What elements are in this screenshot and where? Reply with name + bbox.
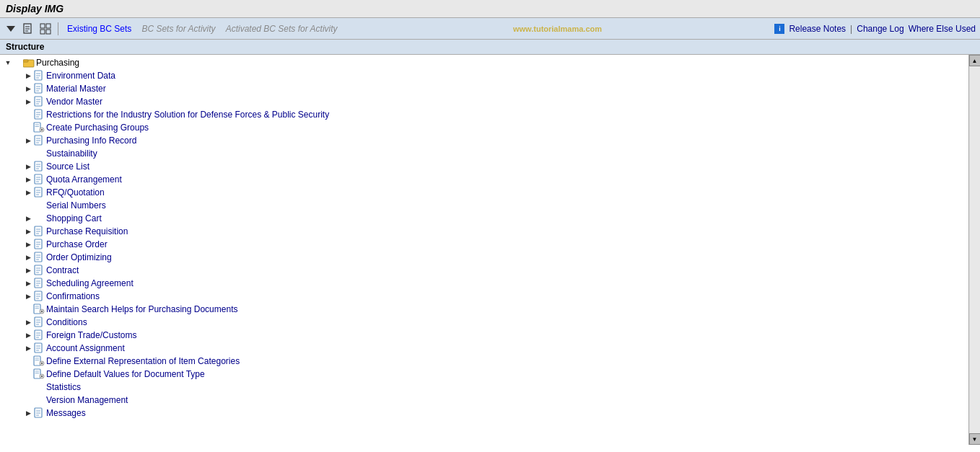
label-version-management[interactable]: Version Management bbox=[46, 395, 128, 405]
toggle-purchase-order[interactable]: ▶ bbox=[23, 239, 33, 249]
tree-item-account-assignment[interactable]: ▶ Account Assignment bbox=[0, 342, 968, 355]
toggle-purchase-requisition[interactable]: ▶ bbox=[23, 226, 33, 236]
scroll-up-arrow[interactable]: ▲ bbox=[969, 55, 981, 66]
label-sustainability[interactable]: Sustainability bbox=[46, 149, 97, 159]
where-else-used-link[interactable]: Where Else Used bbox=[909, 24, 976, 34]
toggle-scheduling-agreement[interactable]: ▶ bbox=[23, 278, 33, 288]
tree-root-purchasing[interactable]: ▼ Purchasing bbox=[0, 56, 968, 69]
tree-item-shopping-cart[interactable]: ▶ Shopping Cart bbox=[0, 212, 968, 225]
label-contract[interactable]: Contract bbox=[46, 265, 79, 275]
tree-item-source-list[interactable]: ▶ Source List bbox=[0, 160, 968, 173]
toggle-foreign-trade[interactable]: ▶ bbox=[23, 330, 33, 340]
tree-item-material-master[interactable]: ▶ Material Master bbox=[0, 82, 968, 95]
toggle-vendor-master[interactable]: ▶ bbox=[23, 97, 33, 107]
tree-item-foreign-trade[interactable]: ▶ Foreign Trade/Customs bbox=[0, 329, 968, 342]
tree-item-conditions[interactable]: ▶ Conditions bbox=[0, 316, 968, 329]
tree-item-scheduling-agreement[interactable]: ▶ Scheduling Agreement bbox=[0, 277, 968, 290]
label-source-list[interactable]: Source List bbox=[46, 161, 89, 172]
activated-bc-sets-button[interactable]: Activated BC Sets for Activity bbox=[223, 23, 341, 35]
label-material-master[interactable]: Material Master bbox=[46, 84, 106, 94]
tree-item-purchase-order[interactable]: ▶ Purchase Order bbox=[0, 238, 968, 251]
label-scheduling-agreement[interactable]: Scheduling Agreement bbox=[46, 278, 134, 288]
label-create-purchasing-groups[interactable]: Create Purchasing Groups bbox=[46, 123, 149, 133]
tree-item-create-purchasing-groups[interactable]: Create Purchasing Groups bbox=[0, 121, 968, 134]
toggle-order-optimizing[interactable]: ▶ bbox=[23, 252, 33, 262]
label-serial-numbers[interactable]: Serial Numbers bbox=[46, 200, 106, 211]
toggle-conditions[interactable]: ▶ bbox=[23, 317, 33, 327]
toggle-sustainability[interactable] bbox=[23, 149, 33, 159]
tree-item-version-management[interactable]: Version Management bbox=[0, 394, 968, 407]
label-purchase-order[interactable]: Purchase Order bbox=[46, 239, 108, 249]
release-notes-link[interactable]: i Release Notes bbox=[774, 24, 846, 34]
tree-item-sustainability[interactable]: Sustainability bbox=[0, 147, 968, 160]
label-statistics[interactable]: Statistics bbox=[46, 382, 81, 392]
root-label[interactable]: Purchasing bbox=[36, 58, 79, 68]
toggle-quota-arrangement[interactable]: ▶ bbox=[23, 174, 33, 185]
scroll-down-arrow[interactable]: ▼ bbox=[969, 433, 981, 445]
toggle-statistics[interactable] bbox=[23, 382, 33, 392]
label-messages[interactable]: Messages bbox=[46, 408, 86, 418]
tree-item-serial-numbers[interactable]: Serial Numbers bbox=[0, 199, 968, 212]
label-order-optimizing[interactable]: Order Optimizing bbox=[46, 252, 112, 262]
label-define-default-values[interactable]: Define Default Values for Document Type bbox=[46, 369, 205, 379]
tree-item-define-external-representation[interactable]: Define External Representation of Item C… bbox=[0, 355, 968, 368]
toggle-define-external-representation[interactable] bbox=[23, 356, 33, 366]
tree-item-order-optimizing[interactable]: ▶ Order Optimizing bbox=[0, 251, 968, 264]
label-account-assignment[interactable]: Account Assignment bbox=[46, 343, 125, 353]
tree-item-contract[interactable]: ▶ Contract bbox=[0, 264, 968, 277]
toggle-confirmations[interactable]: ▶ bbox=[23, 291, 33, 301]
toggle-restrictions[interactable] bbox=[23, 110, 33, 120]
toggle-purchasing-info-record[interactable]: ▶ bbox=[23, 136, 33, 146]
page-icon[interactable] bbox=[22, 22, 35, 35]
toggle-maintain-search-helps[interactable] bbox=[23, 304, 33, 314]
toggle-material-master[interactable]: ▶ bbox=[23, 84, 33, 94]
nav-down-icon[interactable] bbox=[4, 22, 17, 35]
tree-item-messages[interactable]: ▶ Messages bbox=[0, 407, 968, 420]
label-rfq-quotation[interactable]: RFQ/Quotation bbox=[46, 187, 105, 198]
label-foreign-trade[interactable]: Foreign Trade/Customs bbox=[46, 330, 136, 340]
toggle-rfq-quotation[interactable]: ▶ bbox=[23, 187, 33, 198]
root-toggle-icon[interactable]: ▼ bbox=[3, 58, 13, 68]
toggle-serial-numbers[interactable] bbox=[23, 200, 33, 211]
svg-rect-8 bbox=[46, 30, 51, 34]
tree-item-rfq-quotation[interactable]: ▶ RFQ/Quotation bbox=[0, 186, 968, 199]
toggle-source-list[interactable]: ▶ bbox=[23, 161, 33, 172]
bc-sets-activity-button[interactable]: BC Sets for Activity bbox=[139, 23, 218, 35]
tree-item-quota-arrangement[interactable]: ▶ Quota Arrangement bbox=[0, 173, 968, 186]
toggle-environment-data[interactable]: ▶ bbox=[23, 71, 33, 81]
tree-item-maintain-search-helps[interactable]: Maintain Search Helps for Purchasing Doc… bbox=[0, 303, 968, 316]
tree-item-purchase-requisition[interactable]: ▶ Purchase Requisition bbox=[0, 225, 968, 238]
label-vendor-master[interactable]: Vendor Master bbox=[46, 97, 102, 107]
toggle-contract[interactable]: ▶ bbox=[23, 265, 33, 275]
scroll-track[interactable] bbox=[970, 66, 980, 433]
existing-bc-sets-button[interactable]: Existing BC Sets bbox=[64, 23, 134, 35]
label-confirmations[interactable]: Confirmations bbox=[46, 291, 100, 301]
label-quota-arrangement[interactable]: Quota Arrangement bbox=[46, 174, 122, 185]
divider-1: | bbox=[850, 24, 852, 34]
tree-item-restrictions[interactable]: Restrictions for the Industry Solution f… bbox=[0, 108, 968, 121]
tree-item-confirmations[interactable]: ▶ Confirmations bbox=[0, 290, 968, 303]
tree-item-vendor-master[interactable]: ▶ Vendor Master bbox=[0, 95, 968, 108]
toggle-version-management[interactable] bbox=[23, 395, 33, 405]
toggle-messages[interactable]: ▶ bbox=[23, 408, 33, 418]
label-restrictions[interactable]: Restrictions for the Industry Solution f… bbox=[46, 110, 329, 120]
label-purchasing-info-record[interactable]: Purchasing Info Record bbox=[46, 136, 136, 146]
tree-item-statistics[interactable]: Statistics bbox=[0, 381, 968, 394]
toggle-define-default-values[interactable] bbox=[23, 369, 33, 379]
toggle-create-purchasing-groups[interactable] bbox=[23, 123, 33, 133]
label-define-external-representation[interactable]: Define External Representation of Item C… bbox=[46, 356, 240, 366]
scrollbar[interactable]: ▲ ▼ bbox=[968, 55, 980, 445]
tree-item-define-default-values[interactable]: Define Default Values for Document Type bbox=[0, 368, 968, 381]
label-environment-data[interactable]: Environment Data bbox=[46, 71, 115, 81]
label-conditions[interactable]: Conditions bbox=[46, 317, 87, 327]
label-purchase-requisition[interactable]: Purchase Requisition bbox=[46, 226, 128, 236]
toggle-shopping-cart[interactable]: ▶ bbox=[23, 213, 33, 223]
tree-item-purchasing-info-record[interactable]: ▶ Purchasing Info Record bbox=[0, 134, 968, 147]
change-log-link[interactable]: Change Log bbox=[857, 24, 904, 34]
tree-container[interactable]: ▼ Purchasing ▶ Environment Data ▶ bbox=[0, 55, 968, 445]
label-maintain-search-helps[interactable]: Maintain Search Helps for Purchasing Doc… bbox=[46, 304, 237, 314]
toggle-account-assignment[interactable]: ▶ bbox=[23, 343, 33, 353]
grid-icon[interactable] bbox=[39, 22, 52, 35]
label-shopping-cart[interactable]: Shopping Cart bbox=[46, 213, 102, 223]
tree-item-environment-data[interactable]: ▶ Environment Data bbox=[0, 69, 968, 82]
